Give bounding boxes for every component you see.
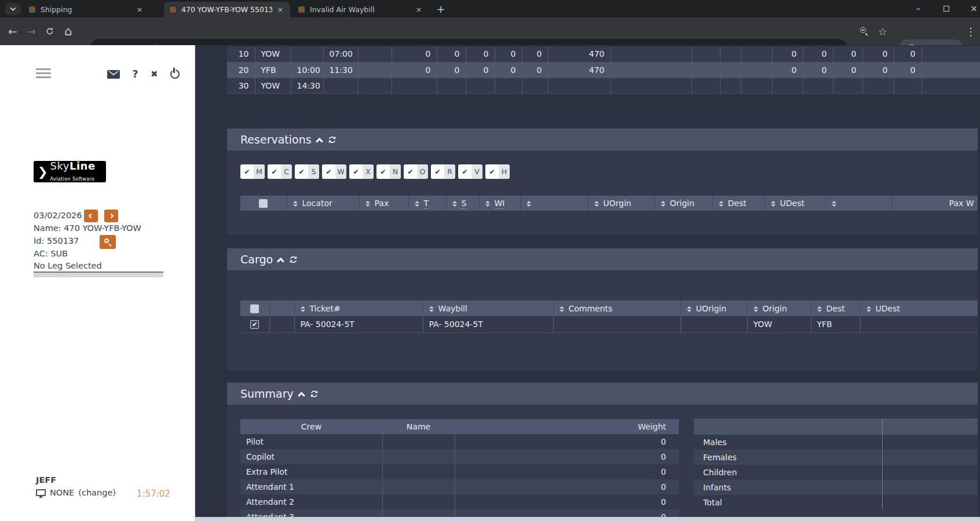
- window-maximize-button[interactable]: [933, 0, 959, 17]
- column-header[interactable]: Origin: [747, 300, 811, 316]
- filter-toggle-x[interactable]: ✔X: [349, 164, 374, 179]
- zoom-out-page-icon[interactable]: [855, 22, 873, 41]
- column-header: Weight: [455, 419, 679, 434]
- collapse-chevron-up-icon[interactable]: [277, 257, 284, 265]
- column-header: Crew: [240, 419, 382, 434]
- leg-status: No Leg Selected: [34, 261, 102, 270]
- window-minimize-button[interactable]: –: [905, 0, 931, 17]
- column-header[interactable]: Comments: [553, 300, 681, 316]
- leg-row[interactable]: 30YOW14:30: [227, 78, 980, 93]
- browser-menu-dots-icon[interactable]: ⋮: [961, 22, 980, 41]
- leg-scrollbar[interactable]: [34, 273, 163, 277]
- crew-summary-table: Crew Name Weight Pilot0 Copilot0 Extra P…: [240, 419, 679, 521]
- column-header: Name: [382, 419, 455, 434]
- power-icon[interactable]: [170, 69, 180, 79]
- filter-toggle-m[interactable]: ✔M: [240, 164, 265, 179]
- column-header[interactable]: Waybill: [423, 300, 553, 316]
- column-header[interactable]: Origin: [654, 196, 712, 211]
- tab-flight-manifest[interactable]: 470 YOW-YFB-YOW 550137 Sch ×: [164, 2, 290, 17]
- filter-toggle-n[interactable]: ✔N: [376, 164, 401, 179]
- select-all-checkbox[interactable]: [250, 304, 259, 313]
- reservations-panel: Reservations ✔M ✔C ✔S ✔W ✔X ✔N ✔O ✔R ✔V: [227, 129, 978, 234]
- tab-close-icon[interactable]: ×: [414, 5, 423, 14]
- bookmark-star-icon[interactable]: ☆: [873, 22, 892, 41]
- reload-button[interactable]: [41, 22, 59, 41]
- reservations-table: Locator Pax T S WI UOrgin Origin Dest UD…: [240, 196, 978, 211]
- column-header[interactable]: Locator: [287, 196, 359, 211]
- reload-icon: [45, 27, 54, 36]
- back-button[interactable]: ←: [3, 22, 22, 41]
- filter-toggle-c[interactable]: ✔C: [268, 164, 292, 179]
- crew-row: Extra Pilot0: [240, 464, 679, 479]
- session-timer: 1:57:02: [137, 489, 170, 499]
- checkered-flag-favicon: [28, 6, 36, 14]
- close-icon[interactable]: ✖: [151, 69, 158, 79]
- prev-date-button[interactable]: [84, 210, 98, 222]
- filter-toggle-w[interactable]: ✔W: [322, 164, 346, 179]
- app-sidebar: ? ✖ ❯ SkyLine Aviation Software 03/02/20…: [0, 45, 195, 521]
- new-tab-button[interactable]: +: [433, 3, 448, 16]
- refresh-icon[interactable]: [327, 135, 337, 145]
- tab-invalid-waybill[interactable]: Invalid Air Waybill ×: [292, 2, 429, 17]
- cargo-row[interactable]: ✔ PA- 50024-5T PA- 50024-5T YOW YFB: [240, 316, 978, 332]
- pax-row: Total: [694, 495, 978, 510]
- filter-toggle-v[interactable]: ✔V: [458, 164, 482, 179]
- check-icon: ✔: [431, 164, 444, 179]
- mail-icon[interactable]: [107, 70, 120, 79]
- cargo-udest: [860, 316, 978, 332]
- column-header[interactable]: T: [408, 196, 446, 211]
- help-icon[interactable]: ?: [133, 68, 138, 80]
- column-header[interactable]: UOrigin: [681, 300, 747, 316]
- tab-title: 470 YOW-YFB-YOW 550137 Sch: [181, 5, 272, 14]
- forward-button[interactable]: →: [22, 22, 41, 41]
- row-checkbox-checked[interactable]: ✔: [250, 320, 259, 329]
- home-button[interactable]: ⌂: [59, 22, 78, 41]
- tab-shipping[interactable]: Shipping ×: [23, 2, 149, 17]
- cargo-table: Ticket# Waybill Comments UOrigin Origin …: [240, 300, 978, 333]
- refresh-icon[interactable]: [288, 255, 298, 265]
- leg-row-selected[interactable]: 20YFB10:0011:30 00000 470 00000: [227, 62, 980, 78]
- column-header[interactable]: Pax W: [892, 196, 978, 211]
- filter-toggle-s[interactable]: ✔S: [295, 164, 319, 179]
- chevron-down-icon: [10, 5, 16, 11]
- column-header[interactable]: Dest: [811, 300, 860, 316]
- tab-close-icon[interactable]: ×: [135, 5, 144, 14]
- column-header[interactable]: Dest: [712, 196, 765, 211]
- column-header[interactable]: UDest: [860, 300, 978, 316]
- column-header[interactable]: S: [446, 196, 479, 211]
- horizontal-scrollbar[interactable]: [195, 517, 980, 521]
- crew-row: Attendant 20: [240, 494, 679, 509]
- column-header[interactable]: [825, 196, 892, 211]
- flight-date: 03/02/2026: [34, 211, 82, 220]
- tab-strip: Shipping × 470 YOW-YFB-YOW 550137 Sch × …: [0, 0, 980, 17]
- logo-arrow-icon: ❯: [38, 165, 48, 179]
- column-header[interactable]: WI: [479, 196, 520, 211]
- filter-toggle-h[interactable]: ✔H: [485, 164, 510, 179]
- cargo-ticket: PA- 50024-5T: [294, 316, 423, 332]
- checkered-flag-favicon: [169, 6, 177, 14]
- column-header[interactable]: Pax: [359, 196, 408, 211]
- tab-search-button[interactable]: [5, 3, 21, 15]
- flight-id: Id: 550137: [34, 236, 79, 245]
- filter-toggle-r[interactable]: ✔R: [431, 164, 455, 179]
- filter-toggle-o[interactable]: ✔O: [404, 164, 428, 179]
- leg-row[interactable]: 10YOW07:00 00000 470 00000: [227, 46, 980, 62]
- check-icon: ✔: [240, 164, 254, 179]
- next-date-button[interactable]: [104, 210, 118, 222]
- check-icon: ✔: [295, 164, 308, 179]
- column-header[interactable]: [520, 196, 588, 211]
- checkered-flag-favicon: [298, 6, 306, 14]
- select-all-checkbox[interactable]: [259, 199, 268, 208]
- menu-hamburger-icon[interactable]: [36, 68, 51, 78]
- column-header[interactable]: UOrgin: [588, 196, 654, 211]
- refresh-icon[interactable]: [309, 389, 319, 399]
- change-station-link[interactable]: (change): [78, 488, 116, 497]
- column-header[interactable]: Ticket#: [294, 300, 423, 316]
- collapse-chevron-up-icon[interactable]: [316, 137, 323, 145]
- window-close-button[interactable]: ×: [961, 0, 980, 17]
- chevron-right-icon: [109, 214, 114, 218]
- search-flight-button[interactable]: [100, 235, 116, 249]
- column-header[interactable]: UDest: [765, 196, 825, 211]
- collapse-chevron-up-icon[interactable]: [298, 391, 305, 399]
- tab-close-icon[interactable]: ×: [276, 5, 285, 14]
